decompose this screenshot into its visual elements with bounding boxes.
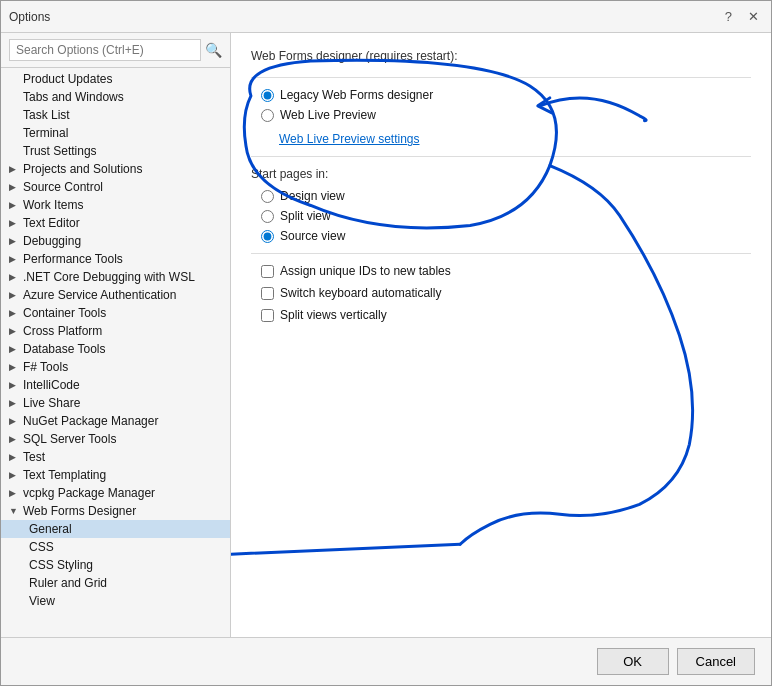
radio-split-view-label: Split view: [280, 209, 331, 223]
radio-split-view-input[interactable]: [261, 210, 274, 223]
sidebar-item-intellicode[interactable]: ▶ IntelliCode: [1, 376, 230, 394]
sidebar-item-projects[interactable]: ▶ Projects and Solutions: [1, 160, 230, 178]
sidebar-item-trust-settings[interactable]: Trust Settings: [1, 142, 230, 160]
sidebar-item-fsharp-tools[interactable]: ▶ F# Tools: [1, 358, 230, 376]
sidebar-item-web-forms[interactable]: ▼ Web Forms Designer: [1, 502, 230, 520]
sidebar-label: .NET Core Debugging with WSL: [23, 270, 195, 284]
divider-1: [251, 77, 751, 78]
expand-arrow: ▶: [9, 164, 23, 174]
sidebar-label: Work Items: [23, 198, 83, 212]
radio-design-view-input[interactable]: [261, 190, 274, 203]
divider-2: [251, 156, 751, 157]
checkbox-split-vertically-input[interactable]: [261, 309, 274, 322]
sidebar-label: CSS Styling: [29, 558, 93, 572]
expand-arrow: ▶: [9, 380, 23, 390]
sidebar-item-text-editor[interactable]: ▶ Text Editor: [1, 214, 230, 232]
sidebar-item-product-updates[interactable]: Product Updates: [1, 70, 230, 88]
sidebar-item-sql-tools[interactable]: ▶ SQL Server Tools: [1, 430, 230, 448]
collapse-arrow: ▼: [9, 506, 23, 516]
sidebar-label: Projects and Solutions: [23, 162, 142, 176]
radio-design-view-label: Design view: [280, 189, 345, 203]
sidebar-item-live-share[interactable]: ▶ Live Share: [1, 394, 230, 412]
sidebar-label: Text Templating: [23, 468, 106, 482]
sidebar-item-container-tools[interactable]: ▶ Container Tools: [1, 304, 230, 322]
expand-arrow: ▶: [9, 254, 23, 264]
sidebar-item-view[interactable]: View: [1, 592, 230, 610]
sidebar-item-performance-tools[interactable]: ▶ Performance Tools: [1, 250, 230, 268]
radio-source-view[interactable]: Source view: [261, 229, 751, 243]
sidebar-label: Container Tools: [23, 306, 106, 320]
checkbox-unique-ids-input[interactable]: [261, 265, 274, 278]
annotation-overlay: [231, 33, 771, 637]
checkbox-keyboard[interactable]: Switch keyboard automatically: [261, 286, 751, 300]
sidebar-item-ruler-grid[interactable]: Ruler and Grid: [1, 574, 230, 592]
close-button[interactable]: ✕: [744, 9, 763, 24]
expand-arrow: ▶: [9, 290, 23, 300]
sidebar-label: Web Forms Designer: [23, 504, 136, 518]
expand-arrow: ▶: [9, 452, 23, 462]
radio-legacy-label: Legacy Web Forms designer: [280, 88, 433, 102]
expand-arrow: ▶: [9, 344, 23, 354]
sidebar-label: Test: [23, 450, 45, 464]
expand-arrow: ▶: [9, 398, 23, 408]
radio-live-preview[interactable]: Web Live Preview: [261, 108, 751, 122]
checkbox-unique-ids[interactable]: Assign unique IDs to new tables: [261, 264, 751, 278]
checkbox-unique-ids-label: Assign unique IDs to new tables: [280, 264, 451, 278]
radio-source-view-input[interactable]: [261, 230, 274, 243]
sidebar-label: F# Tools: [23, 360, 68, 374]
checkbox-split-vertically[interactable]: Split views vertically: [261, 308, 751, 322]
cancel-button[interactable]: Cancel: [677, 648, 755, 675]
sidebar-item-task-list[interactable]: Task List: [1, 106, 230, 124]
radio-design-view[interactable]: Design view: [261, 189, 751, 203]
start-pages-radio-group: Design view Split view Source view: [261, 189, 751, 243]
ok-button[interactable]: OK: [597, 648, 669, 675]
options-window: Options ? ✕ 🔍 Product Updates Tabs and W…: [0, 0, 772, 686]
radio-legacy-input[interactable]: [261, 89, 274, 102]
checkbox-keyboard-input[interactable]: [261, 287, 274, 300]
sidebar-label: Source Control: [23, 180, 103, 194]
sidebar-item-tabs-windows[interactable]: Tabs and Windows: [1, 88, 230, 106]
designer-radio-group: Legacy Web Forms designer Web Live Previ…: [261, 88, 751, 122]
sidebar-item-css-styling[interactable]: CSS Styling: [1, 556, 230, 574]
sidebar-item-cross-platform[interactable]: ▶ Cross Platform: [1, 322, 230, 340]
radio-live-preview-label: Web Live Preview: [280, 108, 376, 122]
search-input[interactable]: [9, 39, 201, 61]
sidebar-item-vcpkg[interactable]: ▶ vcpkg Package Manager: [1, 484, 230, 502]
titlebar-controls: ? ✕: [721, 9, 763, 24]
sidebar-label: CSS: [29, 540, 54, 554]
sidebar-item-net-core[interactable]: ▶ .NET Core Debugging with WSL: [1, 268, 230, 286]
checkbox-group: Assign unique IDs to new tables Switch k…: [261, 264, 751, 322]
expand-arrow: ▶: [9, 218, 23, 228]
sidebar-label: Terminal: [23, 126, 68, 140]
sidebar-item-text-templating[interactable]: ▶ Text Templating: [1, 466, 230, 484]
main-panel: Web Forms designer (requires restart): L…: [231, 33, 771, 637]
sidebar-label: Ruler and Grid: [29, 576, 107, 590]
radio-live-preview-input[interactable]: [261, 109, 274, 122]
sidebar-label: SQL Server Tools: [23, 432, 116, 446]
sidebar-item-nuget[interactable]: ▶ NuGet Package Manager: [1, 412, 230, 430]
sidebar-item-azure-auth[interactable]: ▶ Azure Service Authentication: [1, 286, 230, 304]
sidebar-item-general[interactable]: General: [1, 520, 230, 538]
checkbox-split-vertically-label: Split views vertically: [280, 308, 387, 322]
sidebar-label: Cross Platform: [23, 324, 102, 338]
sidebar-item-terminal[interactable]: Terminal: [1, 124, 230, 142]
expand-arrow: ▶: [9, 236, 23, 246]
sidebar-item-test[interactable]: ▶ Test: [1, 448, 230, 466]
sidebar-item-source-control[interactable]: ▶ Source Control: [1, 178, 230, 196]
sidebar-label: Live Share: [23, 396, 80, 410]
radio-split-view[interactable]: Split view: [261, 209, 751, 223]
sidebar-label: Tabs and Windows: [23, 90, 124, 104]
search-box: 🔍: [1, 33, 230, 68]
sidebar-item-database-tools[interactable]: ▶ Database Tools: [1, 340, 230, 358]
sidebar-item-work-items[interactable]: ▶ Work Items: [1, 196, 230, 214]
help-button[interactable]: ?: [721, 9, 736, 24]
radio-legacy[interactable]: Legacy Web Forms designer: [261, 88, 751, 102]
live-preview-settings-link[interactable]: Web Live Preview settings: [279, 132, 751, 146]
expand-arrow: ▶: [9, 272, 23, 282]
sidebar-item-debugging[interactable]: ▶ Debugging: [1, 232, 230, 250]
sidebar-item-css[interactable]: CSS: [1, 538, 230, 556]
expand-arrow: ▶: [9, 488, 23, 498]
sidebar: 🔍 Product Updates Tabs and Windows Task …: [1, 33, 231, 637]
sidebar-label: Text Editor: [23, 216, 80, 230]
sidebar-label: NuGet Package Manager: [23, 414, 158, 428]
